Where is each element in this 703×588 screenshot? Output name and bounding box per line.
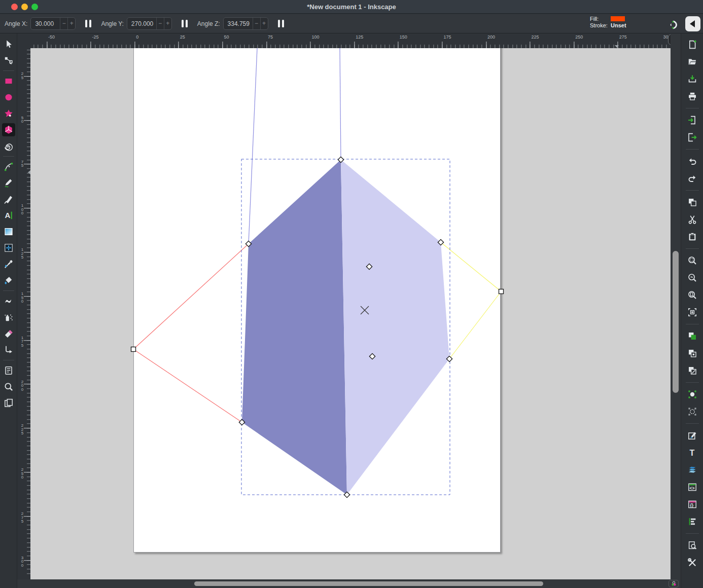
vertical-scrollbar[interactable] [671,33,681,579]
vertical-ruler[interactable]: 2 55 07 51 0 01 2 51 5 01 7 52 0 02 2 52… [18,33,30,579]
paint-bucket-icon [4,275,14,285]
ruler-label: 2 2 5 [19,424,25,435]
clone-icon [687,348,697,358]
import-icon [687,115,697,125]
clone-button[interactable] [686,347,698,359]
cut-button[interactable] [686,213,698,226]
star-tool[interactable] [2,107,15,120]
tweak-icon [4,296,14,306]
svg-text:A: A [5,211,10,219]
eraser-tool[interactable] [2,327,15,340]
selector-tool[interactable] [2,38,15,51]
fill-label: Fill: [590,16,611,22]
zoom-page-button[interactable] [686,289,698,301]
group-button[interactable] [686,388,698,400]
box-3d-tool[interactable] [2,123,15,136]
angle-y-input[interactable]: 270.000 − + [127,17,172,30]
unlink-clone-button[interactable] [686,364,698,377]
gradient-tool[interactable] [2,225,15,238]
svg-text:{}: {} [690,503,693,508]
align-distribute-button[interactable] [686,516,698,528]
duplicate-button[interactable] [686,330,698,342]
pages-tool[interactable] [2,396,15,410]
redo-button[interactable] [686,172,698,185]
angle-y-decrement-button[interactable]: − [156,18,164,29]
find-replace-button[interactable] [686,539,698,552]
copy-button[interactable] [686,196,698,208]
fill-stroke-dialog-button[interactable] [686,429,698,442]
paint-bucket-tool[interactable] [2,274,15,287]
horizontal-scrollbar-thumb[interactable] [194,581,543,586]
angle-y-increment-button[interactable]: + [164,18,171,29]
xml-editor-button[interactable]: <> [686,481,698,493]
angle-x-increment-button[interactable]: + [67,18,75,29]
paste-button[interactable] [686,231,698,243]
measure-tool[interactable] [2,364,15,377]
ungroup-button[interactable] [686,406,698,418]
canvas[interactable] [30,48,671,579]
pen-icon [4,162,14,172]
stroke-value[interactable]: Unset [611,22,626,28]
new-document-icon [687,40,697,50]
vp-x-parallel-toggle[interactable] [84,20,92,27]
toolbar-separator [3,290,14,291]
vp-y-parallel-toggle[interactable] [181,20,189,27]
mesh-gradient-tool[interactable] [2,241,15,254]
connector-tool[interactable] [2,343,15,356]
measure-icon [4,365,14,376]
fill-swatch[interactable] [611,16,625,21]
zoom-drawing-icon [687,273,697,283]
pen-tool[interactable] [2,160,15,173]
text-dialog-button[interactable]: T [686,447,698,459]
import-button[interactable] [686,114,698,126]
horizontal-ruler[interactable]: -50-250255075100125150175200225250275300 [30,33,671,48]
tweak-tool[interactable] [2,295,15,308]
export-button[interactable] [686,131,698,143]
pencil-tool[interactable] [2,176,15,190]
ruler-label: 150 [400,34,407,40]
calligraphy-tool[interactable] [2,193,15,206]
node-editor-tool[interactable] [2,54,15,67]
vertical-scrollbar-thumb[interactable] [673,251,679,393]
vanishing-point-handle[interactable] [499,289,504,294]
snapbar-collapse-button[interactable] [685,16,700,31]
layers-dialog-button[interactable] [686,464,698,476]
angle-x-input[interactable]: 30.000 − + [30,17,76,30]
color-managed-view-button[interactable] [669,580,679,587]
spray-icon [4,312,14,322]
center-page-button[interactable] [686,306,698,318]
box3d-left-face[interactable] [242,160,347,495]
dropper-tool[interactable] [2,258,15,271]
horizontal-scrollbar[interactable] [17,579,681,588]
rectangle-tool[interactable] [2,75,15,88]
undo-button[interactable] [686,155,698,167]
zoom-selection-button[interactable] [686,254,698,267]
vanishing-point-handle[interactable] [131,347,136,352]
preferences-button[interactable] [686,557,698,569]
open-icon [687,57,697,67]
zoom-tool[interactable] [2,380,15,393]
vp-z-parallel-toggle[interactable] [277,20,285,27]
spray-tool[interactable] [2,311,15,324]
selectors-dialog-button[interactable]: {} [686,498,698,510]
snap-toggle-button[interactable] [667,18,680,31]
ellipse-tool[interactable] [2,91,15,104]
zoom-drawing-button[interactable] [686,272,698,284]
box3d-right-face[interactable] [341,160,449,495]
save-icon [687,74,697,84]
ruler-label: 175 [443,34,451,40]
spiral-tool[interactable] [2,139,15,153]
angle-x-decrement-button[interactable]: − [60,18,67,29]
ruler-label: 100 [312,34,320,40]
print-button[interactable] [686,90,698,102]
save-button[interactable] [686,73,698,85]
text-tool[interactable]: A [2,209,15,222]
new-document-button[interactable] [686,39,698,51]
angle-z-increment-button[interactable]: + [260,18,268,29]
open-button[interactable] [686,56,698,68]
text-dialog-icon: T [687,448,697,458]
commands-bar: T<>{} [681,33,703,588]
angle-z-input[interactable]: 334.759 − + [223,17,268,30]
angle-z-decrement-button[interactable]: − [253,18,260,29]
angle-y-value: 270.000 [127,20,156,27]
